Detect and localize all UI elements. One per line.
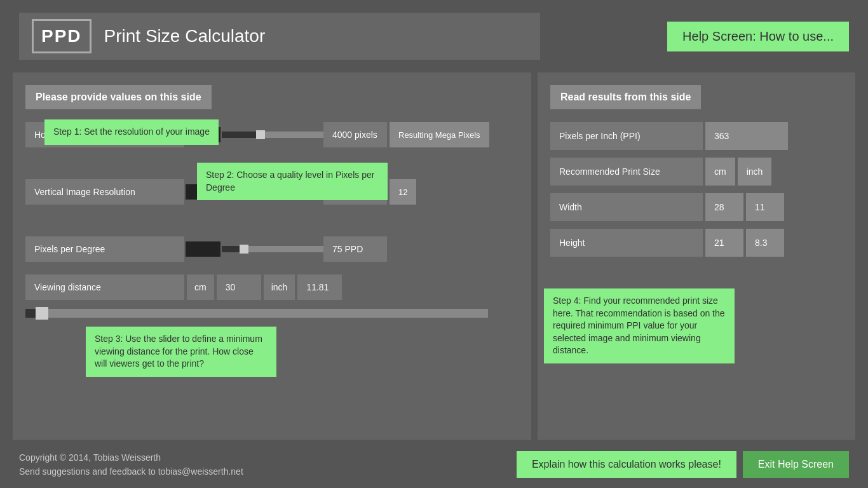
tooltip-step2: Step 2: Choose a quality level in Pixels…: [197, 163, 388, 200]
viewing-distance-slider-row: [25, 309, 519, 318]
recommended-print-size-unit-inch: inch: [738, 158, 772, 186]
ppi-row: Pixels per Inch (PPI) 363: [550, 122, 843, 150]
explain-button[interactable]: Explain how this calculation works pleas…: [517, 451, 736, 478]
main-content: Please provide values on this side Horiz…: [0, 72, 868, 440]
viewing-distance-unit-cm: cm: [187, 274, 214, 300]
recommended-print-size-row: Recommended Print Size cm inch: [550, 158, 843, 186]
width-label: Width: [550, 193, 703, 221]
pixels-per-degree-slider-group: [184, 241, 323, 257]
pixels-per-degree-input-black: [186, 241, 220, 257]
ppd-logo: PPD: [32, 19, 92, 53]
header-left: PPD Print Size Calculator: [19, 13, 540, 60]
copyright-text: Copyright © 2014, Tobias Weisserth: [19, 452, 243, 463]
viewing-distance-slider-thumb[interactable]: [36, 307, 48, 320]
header: PPD Print Size Calculator Help Screen: H…: [0, 0, 868, 72]
viewing-distance-unit-inch: inch: [264, 274, 295, 300]
horizontal-resolution-badge: Resulting Mega Pixels: [390, 122, 489, 147]
viewing-distance-row: Viewing distance cm 30 inch 11.81: [25, 274, 519, 300]
height-value-cm: 21: [705, 229, 743, 257]
horizontal-resolution-slider-track[interactable]: [222, 132, 323, 138]
horizontal-resolution-value: 4000 pixels: [323, 122, 387, 147]
pixels-per-degree-row: Pixels per Degree 75 PPD: [25, 236, 519, 262]
viewing-distance-slider-track[interactable]: [25, 309, 488, 318]
tooltip-step4: Step 4: Find your recommended print size…: [544, 288, 735, 363]
pixels-per-degree-label: Pixels per Degree: [25, 236, 184, 262]
footer-buttons: Explain how this calculation works pleas…: [517, 451, 849, 478]
height-value-inch: 8.3: [746, 229, 784, 257]
width-value-inch: 11: [746, 193, 784, 221]
left-panel: Please provide values on this side Horiz…: [13, 72, 531, 440]
horizontal-resolution-slider-thumb[interactable]: [256, 130, 265, 139]
height-row: Height 21 8.3: [550, 229, 843, 257]
app-title: Print Size Calculator: [104, 26, 266, 46]
right-panel: Read results from this side Pixels per I…: [538, 72, 855, 440]
vertical-resolution-badge: 12: [390, 179, 416, 205]
ppi-value: 363: [705, 122, 788, 150]
tooltip-step3: Step 3: Use the slider to define a minim…: [86, 327, 276, 377]
exit-help-button[interactable]: Exit Help Screen: [743, 451, 849, 478]
width-row: Width 28 11: [550, 193, 843, 221]
right-section-header: Read results from this side: [550, 85, 701, 109]
recommended-print-size-unit-cm: cm: [705, 158, 735, 186]
pixels-per-degree-slider-thumb[interactable]: [240, 245, 248, 254]
width-value-cm: 28: [705, 193, 743, 221]
ppi-label: Pixels per Inch (PPI): [550, 122, 703, 150]
vertical-resolution-label: Vertical Image Resolution: [25, 179, 184, 205]
height-label: Height: [550, 229, 703, 257]
viewing-distance-label: Viewing distance: [25, 274, 184, 300]
pixels-per-degree-slider-track[interactable]: [222, 246, 323, 252]
feedback-text: Send suggestions and feedback to tobias@…: [19, 466, 243, 477]
recommended-print-size-label: Recommended Print Size: [550, 158, 703, 186]
tooltip-step1: Step 1: Set the resolution of your image: [44, 119, 219, 145]
help-screen-button[interactable]: Help Screen: How to use...: [667, 22, 849, 51]
pixels-per-degree-value: 75 PPD: [323, 236, 387, 262]
viewing-distance-value-cm[interactable]: 30: [217, 274, 261, 300]
footer: Copyright © 2014, Tobias Weisserth Send …: [0, 441, 868, 488]
footer-left: Copyright © 2014, Tobias Weisserth Send …: [19, 452, 243, 477]
viewing-distance-value-inch: 11.81: [297, 274, 342, 300]
left-section-header: Please provide values on this side: [25, 85, 212, 109]
